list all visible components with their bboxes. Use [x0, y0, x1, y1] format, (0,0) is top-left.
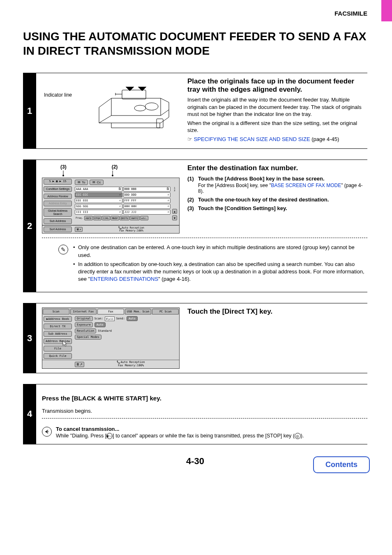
- tab-scan[interactable]: Scan: [43, 309, 69, 314]
- step-number: 4: [23, 384, 36, 444]
- phone-icon: ✆: [168, 205, 169, 208]
- page: FACSIMILE USING THE AUTOMATIC DOCUMENT F…: [0, 0, 392, 483]
- breadcrumb: 5 ▶ ▦ ▶ 15: [44, 179, 72, 185]
- contact-ddd[interactable]: DDD DDD✆: [123, 192, 171, 197]
- doc-icon: 🖺: [118, 187, 121, 191]
- indicator-line-label: Indicator line: [44, 92, 72, 98]
- btn-address-entry[interactable]: Address Entry: [44, 201, 72, 206]
- tab-pc-scan[interactable]: PC Scan: [152, 309, 179, 314]
- btn-address-review[interactable]: Address Review: [44, 194, 72, 199]
- contact-ccc[interactable]: CCC CCC✆: [75, 192, 122, 197]
- cancel-body: While "Dialing. Press [�బ] to cancel" ap…: [56, 433, 304, 439]
- printer-svg: [87, 78, 181, 135]
- to-button[interactable]: ✉To: [75, 180, 88, 185]
- alpha-etc[interactable]: etc.: [140, 216, 148, 220]
- step1-heading: Place the originals face up in the docum…: [187, 77, 367, 94]
- step-number: 1: [23, 73, 36, 148]
- callout-2: (2): [112, 164, 118, 170]
- phone-icon: ✆: [119, 193, 121, 197]
- scan-size: 8½x11: [105, 317, 115, 321]
- tab-internet-fax[interactable]: Internet Fax: [70, 309, 97, 314]
- svg-point-7: [112, 175, 113, 176]
- svg-point-2: [134, 105, 146, 111]
- alpha-efgh[interactable]: EFGH: [93, 216, 101, 220]
- cc-button[interactable]: ✉Cc: [90, 180, 104, 185]
- alpha-qrstu[interactable]: QRSTU: [120, 216, 129, 220]
- contact-eee[interactable]: EEE EEE✆: [75, 198, 122, 203]
- step-4: 4 Press the [BLACK & WHITE START] key. T…: [23, 384, 367, 445]
- btn-sub-address[interactable]: Sub Address: [44, 331, 72, 337]
- step-2: 2 (3) (2): [23, 160, 367, 292]
- note-bullet-2: In addition to specification by one-touc…: [73, 261, 367, 283]
- btn-address-book[interactable]: ▶Address Book: [44, 316, 72, 322]
- callout-3: (3): [60, 164, 67, 170]
- cancel-key-icon: �బ: [106, 433, 113, 439]
- sub-3-num: (3): [187, 205, 198, 211]
- svg-point-1: [145, 103, 158, 110]
- alpha-vwxyz[interactable]: VWXYZ: [130, 216, 140, 220]
- note-icon: ✎: [58, 245, 68, 254]
- tab-usb-scan[interactable]: USB Mem. Scan: [125, 309, 152, 314]
- step1-link-line: ☞ SPECIFYING THE SCAN SIZE AND SEND SIZE…: [187, 136, 367, 143]
- link-scan-size[interactable]: SPECIFYING THE SCAN SIZE AND SEND SIZE: [194, 136, 310, 142]
- btn-original[interactable]: Original: [75, 316, 93, 321]
- scan-label: Scan:: [95, 317, 103, 320]
- page-2: 2: [174, 189, 175, 192]
- send-value[interactable]: Auto: [127, 316, 138, 321]
- phone-icon: ✆: [119, 199, 121, 202]
- btn-direct-tx[interactable]: Direct TX: [44, 324, 72, 329]
- section-header: FACSIMILE: [23, 10, 367, 17]
- contents-button[interactable]: Contents: [313, 456, 370, 473]
- btn-resolution[interactable]: Resolution: [75, 328, 96, 333]
- scroll-up[interactable]: ▲: [172, 209, 177, 214]
- step1-text-2: When the original is a different size th…: [187, 120, 367, 134]
- alpha-abcd[interactable]: ABCD: [84, 216, 92, 220]
- btn-global-address-search[interactable]: Global Address Search: [44, 208, 72, 217]
- btn-sub-address[interactable]: Sub Address: [44, 218, 72, 224]
- link-entering-destinations[interactable]: ENTERING DESTINATIONS: [90, 276, 158, 282]
- contact-bbb[interactable]: BBB BBB🖺: [123, 187, 171, 192]
- doc-icon: 🖺: [166, 187, 169, 191]
- callout-lines: [42, 171, 180, 176]
- svg-point-6: [62, 175, 64, 176]
- phone-icon: ✆: [168, 199, 169, 202]
- page-title: USING THE AUTOMATIC DOCUMENT FEEDER TO S…: [23, 29, 367, 58]
- step3-heading: Touch the [Direct TX] key.: [187, 308, 367, 316]
- step-number: 2: [23, 160, 36, 292]
- step2-heading: Enter the destination fax number.: [187, 164, 367, 172]
- contact-aaa[interactable]: AAA AAA🖺: [75, 187, 122, 192]
- note-bullet-1: Only one destination can be entered. A o…: [73, 244, 367, 259]
- contact-hhh[interactable]: HHH HHH✆: [123, 204, 171, 209]
- btn-condition-settings[interactable]: Condition Settings: [44, 186, 72, 192]
- btn-exposure[interactable]: Exposure: [75, 322, 93, 327]
- link-base-screen[interactable]: BASE SCREEN OF FAX MODE: [271, 183, 341, 188]
- step4-sub: Transmission begins.: [42, 408, 367, 414]
- alpha-mnop[interactable]: MNOP: [111, 216, 119, 220]
- tab-fax[interactable]: Fax: [97, 309, 124, 314]
- svg-rect-0: [122, 90, 146, 99]
- contact-iii[interactable]: III III✆: [75, 210, 122, 215]
- resolution-value: Standard: [98, 329, 112, 333]
- btn-special-modes[interactable]: Special Modes: [75, 335, 101, 340]
- freq-label: Freq.: [75, 216, 84, 220]
- contact-jjj[interactable]: JJJ JJJ✆: [123, 210, 171, 215]
- preview-icon[interactable]: 🗎↗: [75, 227, 83, 232]
- btn-address-review[interactable]: Address Review: [44, 338, 72, 344]
- btn-quick-file[interactable]: Quick File: [44, 353, 72, 359]
- sub-1-note: For the [Address Book] key, see "BASE SC…: [198, 183, 367, 194]
- btn-file[interactable]: File: [44, 346, 72, 352]
- sub-2-num: (2): [187, 197, 198, 203]
- dashed-divider: [42, 238, 367, 238]
- stop-key-icon: ◎: [295, 433, 301, 439]
- contact-ggg[interactable]: GGG GGG✆: [75, 204, 122, 209]
- alpha-ijkl[interactable]: IJKL: [102, 216, 110, 220]
- sub-1-num: (1): [187, 176, 198, 194]
- contact-fff[interactable]: FFF FFF✆: [123, 198, 171, 203]
- step-number: 3: [23, 303, 36, 372]
- status-text: 📞Auto Reception Fax Memory:100%: [85, 227, 178, 232]
- printer-illustration: Indicator line: [42, 77, 182, 135]
- btn-sort-address[interactable]: Sort Address: [44, 227, 72, 232]
- phone-icon: ✆: [119, 210, 121, 214]
- scroll-down[interactable]: ▼: [172, 215, 177, 220]
- preview-icon[interactable]: 🗎↗: [75, 362, 84, 367]
